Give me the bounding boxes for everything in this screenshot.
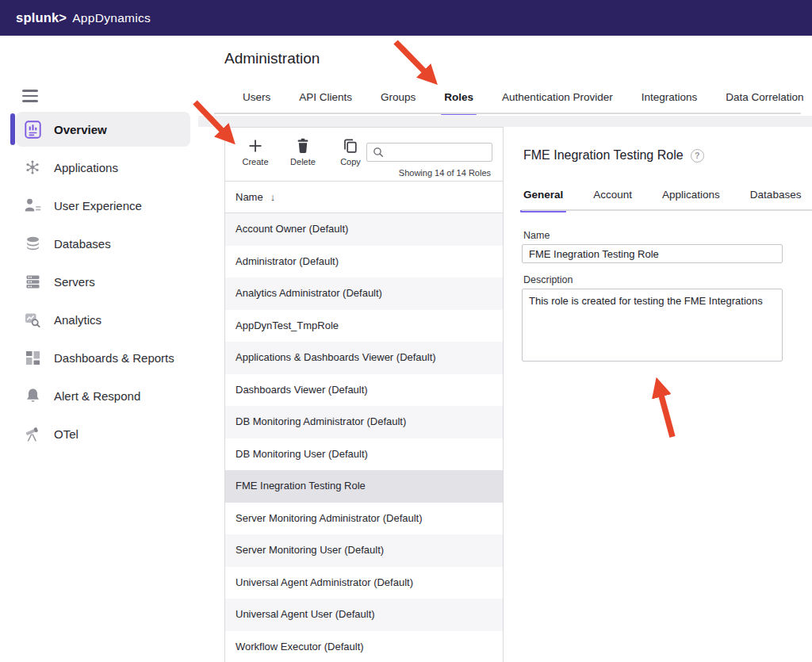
tab-api-clients[interactable]: API Clients (299, 91, 352, 113)
app-window: splunk> AppDynamics Overview Application… (0, 0, 812, 662)
roles-list: Account Owner (Default) Administrator (D… (225, 213, 503, 662)
sort-descending-icon: ↓ (270, 191, 276, 203)
role-row[interactable]: AppDynTest_TmpRole (225, 310, 503, 342)
sidebar-item-label: Servers (54, 275, 95, 289)
tab-general[interactable]: General (523, 189, 563, 211)
search-icon (373, 147, 384, 158)
trash-icon (296, 136, 310, 155)
telescope-icon (24, 426, 41, 442)
role-row[interactable]: Dashboards Viewer (Default) (225, 374, 503, 407)
plus-icon (247, 136, 263, 155)
dashboards-grid-icon (24, 350, 41, 365)
appdynamics-logo-text: AppDynamics (72, 11, 151, 25)
sidebar-item-label: Databases (54, 237, 111, 251)
sidebar-item-overview[interactable]: Overview (16, 112, 190, 147)
role-row[interactable]: Workflow Executor (Default) (225, 631, 503, 662)
sidebar-item-label: Analytics (54, 313, 102, 327)
tab-applications[interactable]: Applications (662, 189, 720, 211)
sidebar-item-label: User Experience (54, 199, 142, 212)
sidebar-item-applications[interactable]: Applications (16, 150, 190, 185)
left-sidebar: Overview Applications User Experience Da… (0, 36, 198, 662)
admin-tab-bar: Users API Clients Groups Roles Authentic… (243, 91, 804, 113)
sidebar-item-dashboards-reports[interactable]: Dashboards & Reports (16, 340, 190, 375)
help-icon[interactable]: ? (691, 149, 704, 163)
sidebar-item-databases[interactable]: Databases (16, 226, 190, 261)
sidebar-item-label: Overview (54, 123, 107, 136)
role-row[interactable]: Applications & Dashboards Viewer (Defaul… (225, 342, 503, 374)
tab-bar-divider (214, 113, 801, 114)
database-icon (24, 236, 41, 251)
role-detail-panel: FME Inegration Testing Role ? General Ac… (522, 127, 812, 662)
roles-toolbar: Create Delete Copy (225, 128, 503, 182)
role-row-selected[interactable]: FME Inegration Testing Role (225, 470, 503, 503)
delete-button-label: Delete (290, 157, 316, 166)
tab-roles[interactable]: Roles (444, 91, 473, 113)
sidebar-item-user-experience[interactable]: User Experience (16, 188, 190, 223)
role-row[interactable]: Universal Agent User (Default) (225, 599, 503, 631)
role-row[interactable]: Server Monitoring Administrator (Default… (225, 503, 503, 535)
role-detail-tab-bar: General Account Applications Databases (523, 189, 801, 211)
servers-icon (24, 274, 41, 289)
roles-list-panel: Create Delete Copy (224, 127, 504, 662)
create-button-label: Create (242, 157, 268, 166)
sidebar-nav: Overview Applications User Experience Da… (0, 76, 198, 454)
analytics-search-icon (24, 312, 41, 327)
sidebar-item-alert-respond[interactable]: Alert & Respond (16, 378, 190, 413)
role-row[interactable]: Account Owner (Default) (225, 213, 503, 246)
delete-button[interactable]: Delete (284, 136, 322, 166)
role-row[interactable]: DB Monitoring User (Default) (225, 438, 503, 471)
showing-count-text: Showing 14 of 14 Roles (399, 168, 491, 178)
description-field-label: Description (523, 274, 573, 285)
create-button[interactable]: Create (236, 136, 274, 166)
selected-accent-bar (10, 113, 15, 145)
user-experience-icon (24, 198, 41, 212)
sidebar-item-label: OTel (54, 427, 79, 441)
tab-databases[interactable]: Databases (750, 189, 802, 211)
page-title: Administration (224, 50, 320, 67)
sidebar-item-analytics[interactable]: Analytics (16, 302, 190, 337)
role-detail-title-row: FME Inegration Testing Role ? (523, 148, 704, 163)
name-field-label: Name (523, 230, 550, 241)
role-row[interactable]: Administrator (Default) (225, 246, 503, 278)
tab-groups[interactable]: Groups (381, 91, 416, 113)
applications-hub-icon (24, 159, 41, 175)
tab-users[interactable]: Users (243, 91, 270, 113)
role-detail-title: FME Inegration Testing Role (523, 148, 684, 163)
role-row[interactable]: Server Monitoring User (Default) (225, 534, 503, 567)
sidebar-item-label: Alert & Respond (54, 389, 140, 403)
tab-data-correlation[interactable]: Data Correlation (726, 91, 803, 113)
sidebar-item-otel[interactable]: OTel (16, 416, 190, 451)
tab-integrations[interactable]: Integrations (642, 91, 698, 113)
sidebar-item-label: Dashboards & Reports (54, 351, 174, 365)
detail-tab-divider (522, 209, 812, 211)
main-content: Administration Users API Clients Groups … (198, 36, 812, 662)
roles-search-field[interactable] (366, 143, 492, 162)
role-row[interactable]: DB Monitoring Administrator (Default) (225, 406, 503, 438)
copy-button-label: Copy (340, 157, 361, 166)
role-row[interactable]: Universal Agent Administrator (Default) (225, 567, 503, 599)
role-name-input[interactable] (522, 244, 783, 263)
name-column-header[interactable]: Name ↓ (225, 182, 503, 213)
tab-authentication-provider[interactable]: Authentication Provider (502, 91, 613, 113)
top-bar: splunk> AppDynamics (0, 0, 812, 36)
splunk-logo-text: splunk> (16, 10, 67, 25)
splunk-appdynamics-logo: splunk> AppDynamics (16, 10, 151, 25)
copy-icon (343, 136, 358, 155)
sidebar-item-label: Applications (54, 161, 118, 174)
role-description-textarea[interactable]: This role is created for testing the FME… (522, 289, 783, 362)
name-column-label: Name (236, 191, 263, 203)
bell-icon (24, 388, 41, 404)
copy-button[interactable]: Copy (331, 136, 370, 166)
overview-chart-icon (24, 121, 41, 139)
tab-account[interactable]: Account (593, 189, 632, 211)
search-input[interactable] (384, 147, 492, 158)
sidebar-item-servers[interactable]: Servers (16, 264, 190, 299)
content-divider-band (198, 116, 812, 127)
role-row[interactable]: Analytics Administrator (Default) (225, 277, 503, 310)
